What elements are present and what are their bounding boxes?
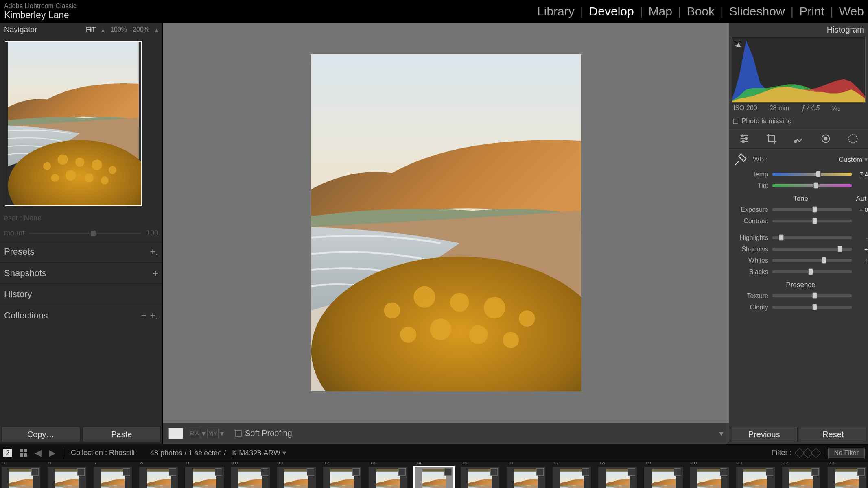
clarity-slider[interactable] — [772, 306, 852, 309]
edit-badge-icon — [628, 468, 635, 476]
main-photo — [311, 54, 581, 391]
previous-button[interactable]: Previous — [731, 427, 798, 442]
plus-icon[interactable]: +. — [150, 310, 158, 321]
edit-badge-icon — [766, 468, 773, 476]
aperture-value: ƒ / 4.5 — [802, 105, 820, 112]
section-snapshots[interactable]: Snapshots+ — [0, 262, 162, 284]
redeye-icon[interactable] — [820, 133, 831, 144]
nav-forward-icon[interactable]: ▶ — [49, 448, 56, 458]
filmstrip-thumb[interactable]: 8 — [139, 467, 178, 488]
shadow-clip-icon[interactable]: ▲ — [735, 40, 740, 46]
edit-badge-icon — [307, 468, 314, 476]
plus-icon[interactable]: +. — [150, 246, 158, 257]
texture-slider[interactable] — [772, 294, 852, 297]
source-label[interactable]: Collection : Rhossili — [71, 449, 135, 457]
zoom-200[interactable]: 200% — [133, 26, 149, 33]
app-name: Adobe Lightroom Classic — [4, 2, 77, 10]
exposure-slider[interactable] — [772, 208, 852, 211]
basic-panel: WB : Custom ▾ Temp7,4 Tint ToneAut Expos… — [729, 149, 868, 314]
edit-badge-icon — [720, 468, 727, 476]
edit-badge-icon — [77, 468, 85, 476]
filmstrip[interactable]: 5 6 7 8 9 10 11 12 13 — [0, 462, 868, 488]
soft-proof-checkbox[interactable] — [235, 430, 242, 437]
auto-tone-button[interactable]: Aut — [856, 195, 866, 203]
navigator-thumbnail[interactable] — [5, 41, 142, 206]
filmstrip-thumb[interactable]: 12 — [323, 467, 362, 488]
module-print[interactable]: Print — [799, 4, 824, 18]
section-history[interactable]: History — [0, 284, 162, 305]
filmstrip-thumb[interactable]: 22 — [782, 467, 821, 488]
compare-icon[interactable]: Y|Y — [207, 429, 219, 438]
edit-badge-icon — [582, 468, 589, 476]
filmstrip-thumb[interactable]: 13 — [369, 467, 407, 488]
section-collections[interactable]: Collections − +. — [0, 305, 162, 326]
minus-icon[interactable]: − — [141, 310, 146, 321]
second-window-button[interactable]: 2 — [3, 449, 12, 458]
edit-badge-icon — [215, 468, 222, 476]
filmstrip-thumb[interactable]: 7 — [94, 467, 132, 488]
module-develop[interactable]: Develop — [589, 4, 634, 18]
loupe-toolbar: R|A▾ Y|Y▾ Soft Proofing ▾ — [163, 423, 729, 444]
filmstrip-thumb[interactable]: 21 — [736, 467, 775, 488]
filmstrip-thumb[interactable]: 16 — [507, 467, 545, 488]
module-library[interactable]: Library — [537, 4, 575, 18]
filmstrip-thumb[interactable]: 9 — [185, 467, 224, 488]
edit-sliders-icon[interactable] — [739, 133, 750, 144]
reset-button[interactable]: Reset — [800, 427, 867, 442]
zoom-fit[interactable]: FIT — [86, 26, 96, 33]
nav-back-icon[interactable]: ◀ — [35, 448, 42, 458]
whites-slider[interactable] — [772, 259, 852, 262]
tint-slider[interactable] — [772, 184, 852, 187]
edit-badge-icon — [490, 468, 498, 476]
grid-view-icon[interactable] — [20, 449, 27, 457]
edit-badge-icon — [536, 468, 544, 476]
wb-dropdown[interactable]: Custom ▾ — [839, 155, 868, 164]
loupe-view-icon[interactable] — [168, 428, 183, 439]
filmstrip-thumb[interactable]: 23 — [828, 467, 866, 488]
before-after-icon[interactable]: R|A — [189, 429, 200, 438]
left-panel: Navigator FIT▴ 100% 200%▴ eset : None mo… — [0, 23, 163, 444]
filter-preset-dropdown[interactable]: No Filter — [828, 448, 865, 458]
blacks-slider[interactable] — [772, 270, 852, 273]
module-map[interactable]: Map — [648, 4, 672, 18]
edit-badge-icon — [398, 468, 406, 476]
copy-button[interactable]: Copy… — [2, 427, 80, 442]
temp-slider[interactable] — [772, 173, 852, 176]
histogram-chart[interactable]: ▲ — [732, 37, 866, 103]
crop-icon[interactable] — [766, 133, 777, 144]
app-header: Adobe Lightroom Classic Kimberley Lane L… — [0, 0, 868, 23]
filmstrip-thumb[interactable]: 14 — [415, 467, 453, 488]
module-slideshow[interactable]: Slideshow — [729, 4, 785, 18]
filmstrip-thumb[interactable]: 11 — [277, 467, 316, 488]
zoom-100[interactable]: 100% — [110, 26, 127, 33]
edit-badge-icon — [444, 468, 452, 476]
tool-strip — [729, 129, 868, 149]
module-picker: Library | Develop | Map | Book | Slidesh… — [537, 4, 864, 18]
image-canvas[interactable] — [163, 23, 729, 423]
filmstrip-thumb[interactable]: 15 — [461, 467, 499, 488]
filmstrip-thumb[interactable]: 19 — [644, 467, 683, 488]
paste-button[interactable]: Paste — [83, 427, 161, 442]
section-presets[interactable]: Presets+. — [0, 241, 162, 262]
preset-amount-row[interactable]: mount 100 — [0, 226, 162, 241]
filmstrip-thumb[interactable]: 5 — [2, 467, 40, 488]
filmstrip-thumb[interactable]: 10 — [231, 467, 270, 488]
module-book[interactable]: Book — [687, 4, 715, 18]
contrast-slider[interactable] — [772, 220, 852, 222]
filmstrip-thumb[interactable]: 6 — [48, 467, 86, 488]
shadows-slider[interactable] — [772, 248, 852, 251]
plus-icon[interactable]: + — [153, 268, 158, 279]
module-web[interactable]: Web — [839, 4, 864, 18]
healing-icon[interactable] — [793, 133, 804, 144]
masking-icon[interactable] — [847, 133, 859, 144]
edit-badge-icon — [857, 468, 865, 476]
highlights-slider[interactable] — [772, 236, 852, 239]
filmstrip-thumb[interactable]: 17 — [553, 467, 591, 488]
filter-flags[interactable] — [796, 449, 820, 457]
filmstrip-thumb[interactable]: 20 — [690, 467, 729, 488]
wb-dropper-icon[interactable] — [733, 152, 748, 167]
selection-count: 48 photos / 1 selected / _KIM4328.ARW ▾ — [150, 449, 286, 458]
edit-badge-icon — [261, 468, 268, 476]
filmstrip-thumb[interactable]: 18 — [598, 467, 637, 488]
toolbar-menu-icon[interactable]: ▾ — [719, 429, 723, 438]
